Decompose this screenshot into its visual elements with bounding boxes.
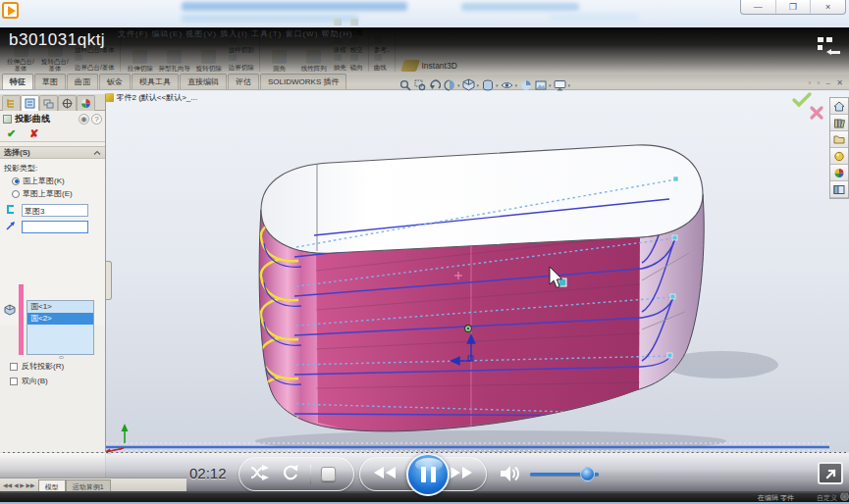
faces-icon <box>4 304 16 318</box>
help-icon[interactable]: ? <box>91 114 102 125</box>
boundary-cut-button[interactable]: 边界切除 <box>229 54 254 72</box>
document-pane-icon[interactable] <box>830 181 848 198</box>
revolved-cut-button[interactable]: 旋转切除 <box>192 50 226 72</box>
hole-wizard-button[interactable]: 异型孔向导 <box>158 50 191 72</box>
faces-selection-list[interactable]: 面<1> 面<2> <box>27 300 94 355</box>
wrap-icon <box>350 19 358 25</box>
tab-dimxpert[interactable] <box>58 95 77 111</box>
tab-direct-editing[interactable]: 直接编辑 <box>180 74 227 89</box>
tab-property-manager[interactable] <box>21 95 39 111</box>
dropdown-arrow-icon[interactable]: ▾ <box>515 82 518 88</box>
zoom-area-icon[interactable] <box>413 78 426 91</box>
playback-time: 02:12 <box>189 465 227 481</box>
linear-pattern-icon <box>306 50 321 64</box>
scene-icon[interactable] <box>534 78 547 91</box>
tab-mold-tools[interactable]: 模具工具 <box>132 74 179 89</box>
cancel-button[interactable]: ✘ <box>29 127 38 140</box>
sketch-contour-icon <box>0 204 22 217</box>
hide-show-icon[interactable] <box>501 78 513 91</box>
face-list-item[interactable]: 面<1> <box>27 301 93 313</box>
tab-evaluate[interactable]: 评估 <box>228 74 259 89</box>
tab-scroll-arrows[interactable]: ◀◀ ◀ ▶ ▶▶ <box>0 481 38 488</box>
checkbox-box <box>10 378 18 385</box>
mirror-button[interactable]: 镜向 <box>350 54 363 72</box>
fullscreen-button[interactable] <box>818 462 843 484</box>
tab-display-manager[interactable] <box>77 95 95 111</box>
rewind-button[interactable] <box>372 465 398 484</box>
file-explorer-icon[interactable] <box>830 131 848 148</box>
fillet-button[interactable]: 圆角 <box>263 50 296 72</box>
boundary-boss-icon <box>75 54 82 61</box>
tab-surfaces[interactable]: 曲面 <box>67 74 98 89</box>
volume-slider[interactable] <box>530 473 599 476</box>
stop-button[interactable] <box>321 467 336 481</box>
sketch-selection-field[interactable]: 草图3 <box>22 204 88 217</box>
minimize-button[interactable]: — <box>741 0 776 14</box>
dropdown-arrow-icon[interactable]: ▾ <box>568 82 571 88</box>
extruded-cut-icon <box>133 50 147 64</box>
extruded-cut-button[interactable]: 拉伸切除 <box>124 50 157 72</box>
pause-button-gloss <box>415 458 443 472</box>
volume-knob[interactable] <box>580 467 595 481</box>
pause-button[interactable] <box>406 453 450 496</box>
radio-sketch-on-faces[interactable]: 面上草图(K) <box>0 175 105 187</box>
checkbox-bidirectional[interactable]: 双向(B) <box>0 374 106 388</box>
volume-icon[interactable] <box>499 464 522 487</box>
direction-selection-field[interactable] <box>22 221 88 233</box>
property-manager-panel: 投影曲线 ◉ ? ✔ ✘ 选择(S) 投影类型: 面上草图(K) 草图上草图(E… <box>0 94 106 478</box>
tab-sheet-metal[interactable]: 钣金 <box>99 74 131 89</box>
dropdown-arrow-icon[interactable]: ▾ <box>549 82 552 88</box>
rib-icon <box>334 19 342 25</box>
document-window-controls[interactable]: ▫ ▫ – ✕ <box>809 78 846 87</box>
face-list-item-selected[interactable]: 面<2> <box>27 313 93 325</box>
tab-configuration-manager[interactable] <box>39 95 58 111</box>
play-badge-icon[interactable] <box>2 2 19 19</box>
tab-sketch[interactable]: 草图 <box>34 74 66 89</box>
repeat-icon[interactable] <box>281 464 300 485</box>
panel-splitter-handle[interactable] <box>106 261 112 300</box>
browser-blur-content <box>182 15 358 23</box>
appearances-icon[interactable] <box>830 148 848 165</box>
motion-study-tab[interactable]: 运动算例1 <box>66 479 111 491</box>
ribbon-separator <box>395 34 396 72</box>
graphics-viewport[interactable] <box>0 91 849 478</box>
radio-sketch-on-sketch[interactable]: 草图上草图(E) <box>0 187 105 200</box>
browser-blur-content <box>182 2 407 11</box>
custom-properties-icon[interactable] <box>830 165 848 181</box>
dropdown-arrow-icon[interactable]: ▾ <box>457 82 460 88</box>
boundary-boss-button[interactable]: 边界凸台/基体 <box>75 54 115 72</box>
tab-features[interactable]: 特征 <box>2 74 33 89</box>
pin-icon[interactable]: ◉ <box>79 114 89 125</box>
view-orientation-icon[interactable] <box>462 78 475 91</box>
ok-button[interactable]: ✔ <box>7 127 16 140</box>
confirm-cancel-button[interactable] <box>809 105 824 125</box>
shuffle-icon[interactable] <box>249 464 271 485</box>
linear-pattern-button[interactable]: 线性阵列 <box>297 50 331 72</box>
tab-solidworks-addins[interactable]: SOLIDWORKS 插件 <box>260 74 346 89</box>
screen: — ❐ × 拉伸凸台/基体 旋转凸台/基体 放样凸台/基体 边界凸台/基体 拉伸… <box>0 0 849 504</box>
curves-button[interactable]: 曲线 <box>374 54 391 72</box>
checkbox-reverse-projection[interactable]: 反转投影(R) <box>0 359 106 374</box>
dropdown-arrow-icon[interactable]: ▾ <box>496 82 499 88</box>
selection-group-header[interactable]: 选择(S) <box>0 146 105 159</box>
dropdown-arrow-icon[interactable]: ▾ <box>477 82 480 88</box>
previous-view-icon[interactable] <box>428 78 441 91</box>
fast-forward-button[interactable] <box>449 465 474 484</box>
exit-fullscreen-grid-icon[interactable] <box>818 37 841 56</box>
reference-geometry-button[interactable]: 参考.. <box>374 36 391 54</box>
feature-tree-header[interactable]: ▸ 零件2 (默认<<默认>_... <box>98 92 197 103</box>
zoom-fit-icon[interactable] <box>398 78 411 91</box>
instant3d-button[interactable]: Instant3D <box>402 60 456 72</box>
model-tab[interactable]: 模型 <box>38 479 66 491</box>
close-button[interactable]: × <box>811 0 845 14</box>
view-settings-icon[interactable] <box>554 78 566 91</box>
shell-button[interactable]: 抽壳 <box>334 54 346 72</box>
restore-button[interactable]: ❐ <box>776 0 812 14</box>
home-icon[interactable] <box>830 98 848 115</box>
display-style-icon[interactable] <box>481 78 494 91</box>
edit-appearance-icon[interactable] <box>519 78 532 91</box>
design-library-icon[interactable] <box>830 115 848 131</box>
section-view-icon[interactable] <box>443 78 455 91</box>
instant3d-icon <box>400 60 420 72</box>
tab-feature-tree[interactable] <box>2 95 21 111</box>
